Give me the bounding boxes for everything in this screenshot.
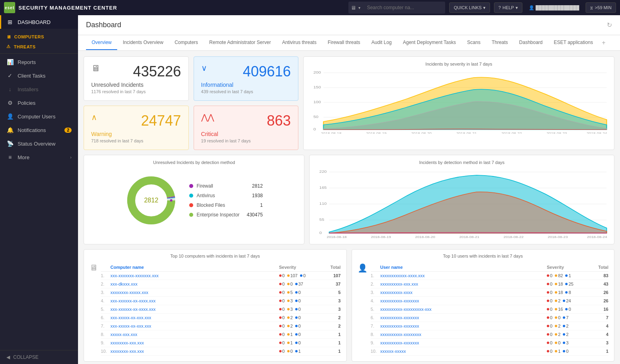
user-name[interactable]: xxxxxxxxxx-xxx.xxx bbox=[380, 282, 546, 286]
users-table-icon: 👤 bbox=[358, 263, 368, 273]
severity-cells: 0 2 0 bbox=[279, 315, 323, 320]
more-chevron-icon: › bbox=[70, 155, 72, 160]
sidebar-item-reports[interactable]: 📊 Reports bbox=[0, 55, 78, 69]
svg-text:55: 55 bbox=[320, 218, 325, 222]
row-total: 1 bbox=[325, 340, 341, 345]
tab-overview[interactable]: Overview bbox=[86, 36, 117, 50]
sev-yellow-val: 0 bbox=[290, 282, 293, 286]
computer-name[interactable]: xxx-xxxxx-xx-xxx.xxx bbox=[110, 324, 278, 328]
user-name[interactable]: xxxxxxxxxx-xxxxxxx bbox=[380, 315, 546, 320]
tab-eset-applications[interactable]: ESET applications bbox=[548, 36, 599, 50]
content-area: Dashboard ↻ Overview Incidents Overview … bbox=[78, 15, 620, 364]
sidebar-item-computer-users[interactable]: 👤 Computer Users bbox=[0, 110, 78, 123]
informational-value: 409616 bbox=[243, 63, 291, 80]
firewall-dot bbox=[189, 184, 193, 188]
sidebar-item-notifications[interactable]: 🔔 Notifications 2 bbox=[0, 123, 78, 137]
tab-add-button[interactable]: + bbox=[598, 35, 608, 50]
computer-name[interactable]: xxx-xxxxxxx-xxxxxxx.xxx bbox=[110, 273, 278, 278]
blocked-files-label: Blocked Files bbox=[196, 202, 239, 208]
svg-text:220: 220 bbox=[320, 170, 327, 174]
sev-red-dot bbox=[547, 333, 549, 336]
collapse-button[interactable]: ◀ COLLAPSE bbox=[0, 350, 78, 364]
sev-yellow-dot bbox=[287, 316, 290, 319]
svg-text:2018-08-24: 2018-08-24 bbox=[587, 132, 607, 134]
sev-red-val: 0 bbox=[550, 332, 552, 337]
sev-yellow-val: 1 bbox=[290, 340, 293, 345]
computer-name[interactable]: xxx-xxxxxx-xx-xxxx.xxx bbox=[110, 298, 278, 303]
sev-yellow-item: 1 bbox=[555, 349, 560, 354]
donut-chart: 2812 bbox=[125, 174, 177, 226]
tab-scans[interactable]: Scans bbox=[462, 36, 486, 50]
content-header: Dashboard ↻ bbox=[78, 15, 620, 35]
table-row: 10. xxxxxx-xxxxx 0 1 0 1 bbox=[371, 347, 609, 356]
tab-dashboard[interactable]: Dashboard bbox=[514, 36, 548, 50]
user-name[interactable]: xxxxxxxxxx-xxxxxxxxx-xxx bbox=[380, 307, 546, 312]
computer-name[interactable]: xxx-dkxxx.xxx bbox=[110, 282, 278, 286]
sev-blue-item: 0 bbox=[295, 315, 301, 320]
table-row: 1. xxx-xxxxxxx-xxxxxxx.xxx 0 107 0 107 bbox=[101, 272, 341, 280]
user-name[interactable]: xxxxxxxxxx-xxxxxxx bbox=[380, 340, 546, 345]
tab-computers[interactable]: Computers bbox=[169, 36, 204, 50]
app-logo: eset SECURITY MANAGEMENT CENTER bbox=[4, 2, 117, 13]
svg-text:2018-08-23: 2018-08-23 bbox=[548, 235, 568, 238]
refresh-icon[interactable]: ↻ bbox=[607, 21, 612, 29]
user-name[interactable]: xxxxxxxxxx-xxxxxxx bbox=[380, 298, 546, 303]
table-row: 7. xxx-xxxxx-xx-xxx.xxx 0 2 0 2 bbox=[101, 322, 341, 330]
sev-blue-item: 0 bbox=[295, 307, 301, 312]
severity-cells: 0 0 3 bbox=[547, 340, 591, 345]
sev-blue-dot bbox=[563, 300, 565, 302]
tab-threats[interactable]: Threats bbox=[486, 36, 514, 50]
sev-red-dot bbox=[279, 308, 282, 310]
table-row: 5. xxx-xxxxxx-xx-xxxx.xxx 0 3 0 3 bbox=[101, 305, 341, 314]
computer-name[interactable]: xxxxx-xxx.xxx bbox=[110, 332, 278, 337]
tab-remote-admin[interactable]: Remote Administrator Server bbox=[204, 36, 276, 50]
computer-name[interactable]: xxxxxxxx-xxxxx.xxx bbox=[110, 290, 278, 295]
sidebar-item-client-tasks[interactable]: ✓ Client Tasks bbox=[0, 69, 78, 82]
severity-chart: 200 150 100 50 0 bbox=[308, 70, 609, 134]
tab-incidents-overview[interactable]: Incidents Overview bbox=[117, 36, 169, 50]
computer-name[interactable]: xxx-xxxxxx-xx-xxxx.xxx bbox=[110, 307, 278, 312]
tab-antivirus-threats[interactable]: Antivirus threats bbox=[276, 36, 322, 50]
tab-firewall-threats[interactable]: Firewall threats bbox=[322, 36, 366, 50]
row-num: 9. bbox=[101, 340, 109, 345]
svg-text:165: 165 bbox=[320, 186, 327, 190]
legend-antivirus: Antivirus 1938 bbox=[189, 193, 262, 198]
sidebar-label-notifications: Notifications bbox=[18, 127, 46, 133]
sidebar-item-status-overview[interactable]: 📡 Status Overview bbox=[0, 137, 78, 150]
sev-yellow-dot bbox=[287, 350, 290, 352]
session-time-button[interactable]: ⧖ >59 MIN bbox=[586, 2, 616, 13]
quick-links-button[interactable]: QUICK LINKS ▾ bbox=[449, 2, 490, 13]
user-name[interactable]: xxxxxxxxxx-xxxx bbox=[380, 290, 546, 295]
computer-name[interactable]: xxx-xxxxx-xx-xxx.xxx bbox=[110, 315, 278, 320]
tab-agent-deployment[interactable]: Agent Deployment Tasks bbox=[397, 36, 462, 50]
table-row: 9. xxxxxxxxxx-xxxxxxx 0 0 3 3 bbox=[371, 339, 609, 347]
sidebar-item-installers[interactable]: ↓ Installers bbox=[0, 82, 78, 96]
user-name[interactable]: xxxxxx-xxxxx bbox=[380, 349, 546, 354]
sev-yellow-dot bbox=[287, 333, 290, 336]
sev-red-val: 0 bbox=[282, 290, 285, 295]
sidebar-item-policies[interactable]: ⚙ Policies bbox=[0, 96, 78, 110]
user-name[interactable]: xxxxxxxxxxxx-xxxx.xxx bbox=[380, 273, 546, 278]
computer-name[interactable]: xxxxxxxx-xxx.xxx bbox=[110, 340, 278, 345]
row-num: 6. bbox=[371, 315, 379, 320]
user-name[interactable]: xxxxxxxxxx-xxxxxxx bbox=[380, 324, 546, 328]
sev-yellow-dot bbox=[555, 342, 557, 344]
sev-blue-val: 8 bbox=[568, 290, 571, 295]
search-input[interactable] bbox=[363, 2, 443, 13]
sidebar-item-dashboard[interactable]: ⊞ DASHBOARD bbox=[0, 15, 78, 29]
severity-cells: 0 2 24 bbox=[547, 298, 591, 303]
col-name-header: Computer name bbox=[110, 265, 278, 270]
sev-red-item: 0 bbox=[279, 290, 285, 295]
svg-text:100: 100 bbox=[314, 100, 321, 104]
help-button[interactable]: ? HELP ▾ bbox=[494, 2, 522, 13]
sev-red-item: 0 bbox=[279, 324, 285, 328]
donut-legend: Firewall 2812 Antivirus 1938 Blocked Fil… bbox=[189, 183, 262, 218]
sev-yellow-val: 0 bbox=[558, 315, 560, 320]
sev-blue-dot bbox=[563, 316, 565, 319]
user-name[interactable]: xxxxxxxxxx-xxxxxxxx bbox=[380, 332, 546, 337]
sev-red-val: 0 bbox=[550, 340, 552, 345]
sidebar-item-more[interactable]: ≡ More › bbox=[0, 150, 78, 164]
tab-audit-log[interactable]: Audit Log bbox=[366, 36, 398, 50]
monitor-stat-icon: 🖥 bbox=[91, 63, 100, 74]
computer-name[interactable]: xxxxxxxx-xxx.xxx bbox=[110, 349, 278, 354]
